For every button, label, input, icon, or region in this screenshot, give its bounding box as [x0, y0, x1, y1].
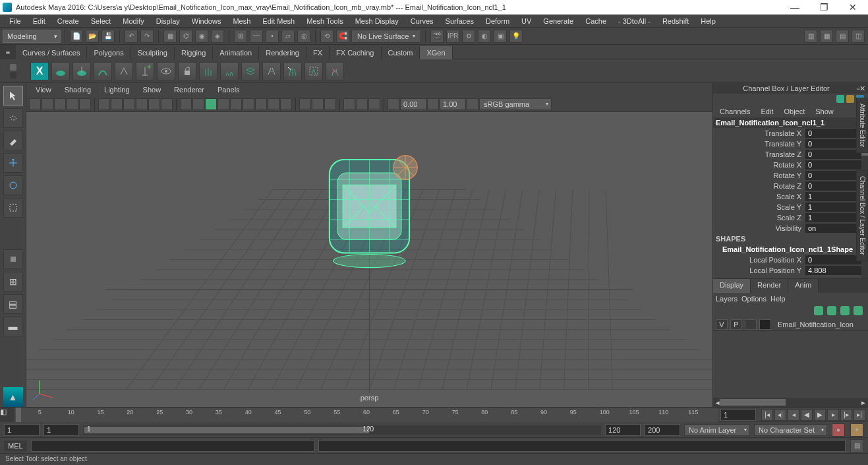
save-scene-icon[interactable]: 💾: [101, 30, 115, 43]
vp-resolution-gate-icon[interactable]: [123, 98, 135, 110]
layer-color-swatch[interactable]: [759, 319, 771, 330]
attr-value-field[interactable]: 4.808: [805, 266, 868, 275]
menu-mesh-tools[interactable]: Mesh Tools: [301, 16, 348, 26]
vp-shaded-icon[interactable]: [192, 98, 204, 110]
menu--3dtoall-[interactable]: - 3DtoAll -: [613, 16, 656, 26]
xgen-add-icon[interactable]: +: [136, 62, 154, 80]
vp-gate-mask-icon[interactable]: [136, 98, 148, 110]
shelf-tab-rendering[interactable]: Rendering: [259, 46, 306, 59]
xgen-select-icon[interactable]: [283, 62, 302, 80]
vp-menu-panels[interactable]: Panels: [212, 84, 245, 95]
layer-menu-layers[interactable]: Layers: [716, 295, 738, 303]
select-hierarchy-icon[interactable]: ⌬: [179, 30, 192, 43]
layer-display-type[interactable]: [745, 319, 757, 330]
menu-windows[interactable]: Windows: [187, 16, 227, 26]
chan-menu-channels[interactable]: Channels: [716, 106, 754, 117]
vp-image-plane-icon[interactable]: [67, 98, 78, 110]
construction-history-icon[interactable]: ⟲: [320, 30, 333, 43]
shelf-tab-xgen[interactable]: XGen: [420, 46, 452, 59]
last-tool[interactable]: [3, 249, 23, 269]
anim-layer-dropdown[interactable]: No Anim Layer: [684, 424, 750, 436]
close-button[interactable]: ✕: [844, 2, 861, 13]
script-editor-icon[interactable]: ▤: [850, 439, 863, 452]
menu-help[interactable]: Help: [695, 16, 721, 26]
layer-visible-toggle[interactable]: V: [716, 319, 728, 330]
light-icon[interactable]: 💡: [509, 30, 523, 43]
vp-view-transform-dropdown[interactable]: sRGB gamma: [479, 98, 552, 110]
xgen-icon[interactable]: X: [30, 62, 49, 80]
layer-hscrollbar[interactable]: ◂▸: [713, 398, 868, 407]
vp-gamma-icon[interactable]: [427, 98, 439, 110]
vp-aa-icon[interactable]: [280, 98, 292, 110]
vp-color-mgmt-icon[interactable]: [467, 98, 478, 110]
layout-stack-icon[interactable]: ▤: [3, 294, 23, 314]
chan-view-1-icon[interactable]: [836, 95, 844, 103]
menu-mesh[interactable]: Mesh: [227, 16, 256, 26]
snap-point-icon[interactable]: •: [266, 30, 279, 43]
menu-redshift[interactable]: Redshift: [657, 16, 694, 26]
menu-edit-mesh[interactable]: Edit Mesh: [257, 16, 300, 26]
vp-reset-icon[interactable]: [368, 98, 380, 110]
render-settings-icon[interactable]: ⚙: [462, 30, 475, 43]
command-language-label[interactable]: MEL: [4, 441, 27, 451]
layer-move-up-icon[interactable]: [814, 306, 823, 315]
render-icon[interactable]: 🎬: [430, 30, 444, 43]
go-end-button[interactable]: ▸|: [854, 409, 865, 421]
shape-node-name[interactable]: Email_Notification_Icon_ncl1_1Shape: [713, 244, 868, 255]
xgen-grass-2-icon[interactable]: [220, 62, 239, 80]
scale-tool[interactable]: [3, 198, 23, 218]
xgen-lock-icon[interactable]: [178, 62, 196, 80]
menu-mesh-display[interactable]: Mesh Display: [350, 16, 404, 26]
menu-generate[interactable]: Generate: [538, 16, 579, 26]
layer-new-empty-icon[interactable]: [840, 306, 850, 315]
make-live-icon[interactable]: 🧲: [336, 30, 349, 43]
panel-close-icon[interactable]: ✕: [859, 84, 865, 93]
play-back-button[interactable]: ◀: [801, 409, 813, 421]
lasso-tool[interactable]: [3, 108, 23, 128]
rotate-tool[interactable]: [3, 175, 23, 195]
vp-gamma-field[interactable]: 1.00: [440, 98, 466, 110]
move-tool[interactable]: [3, 153, 23, 173]
paint-select-tool[interactable]: [3, 131, 23, 150]
selected-object-name[interactable]: Email_Notification_Icon_ncl1_1: [713, 117, 868, 128]
vp-exposure-field[interactable]: 0.00: [400, 98, 426, 110]
perspective-viewport[interactable]: persp: [26, 112, 712, 407]
layout-quad-icon[interactable]: ⊞: [3, 272, 23, 292]
vp-film-gate-icon[interactable]: [111, 98, 123, 110]
snap-curve-icon[interactable]: 〰: [250, 30, 263, 43]
channel-box-tab[interactable]: Channel Box / Layer Editor: [856, 170, 868, 261]
menu-display[interactable]: Display: [151, 16, 185, 26]
play-fwd-button[interactable]: ▶: [814, 409, 826, 421]
vp-menu-shading[interactable]: Shading: [59, 84, 96, 95]
xgen-sculpt-icon[interactable]: [94, 62, 112, 80]
vp-dof-icon[interactable]: [356, 98, 368, 110]
snap-plane-icon[interactable]: ▱: [281, 30, 295, 43]
layer-playback-toggle[interactable]: P: [730, 319, 742, 330]
attr-value-field[interactable]: 0: [805, 160, 868, 170]
playback-start-field[interactable]: 1: [43, 424, 79, 436]
vp-isolate-icon[interactable]: [299, 98, 311, 110]
set-key-icon[interactable]: ✦: [850, 423, 863, 437]
step-fwd-key-button[interactable]: |▸: [840, 409, 852, 421]
shelf-tab-custom[interactable]: Custom: [382, 46, 420, 59]
vp-menu-view[interactable]: View: [30, 84, 57, 95]
menu-curves[interactable]: Curves: [405, 16, 439, 26]
shelf-tab-fx[interactable]: FX: [306, 46, 330, 59]
shelf-tab-polygons[interactable]: Polygons: [87, 46, 130, 59]
vp-exposure-icon[interactable]: [343, 98, 355, 110]
xgen-region-icon[interactable]: [304, 62, 323, 80]
layer-tab-display[interactable]: Display: [713, 279, 751, 293]
chan-view-2-icon[interactable]: [846, 95, 854, 103]
layout-single-icon[interactable]: ▬: [3, 317, 23, 336]
layer-tab-render[interactable]: Render: [751, 279, 788, 293]
panel-layout-2-icon[interactable]: ▦: [820, 30, 833, 43]
menu-surfaces[interactable]: Surfaces: [440, 16, 479, 26]
redo-icon[interactable]: ↷: [140, 30, 154, 43]
layer-menu-options[interactable]: Options: [741, 295, 767, 303]
vp-2d-pan-icon[interactable]: [79, 98, 91, 110]
panel-layout-4-icon[interactable]: ◫: [852, 30, 865, 43]
shelf-tab-fx-caching[interactable]: FX Caching: [330, 46, 381, 59]
shelf-handle-icon[interactable]: ≡: [0, 45, 16, 59]
xgen-create-icon[interactable]: [51, 62, 70, 80]
menu-select[interactable]: Select: [86, 16, 117, 26]
